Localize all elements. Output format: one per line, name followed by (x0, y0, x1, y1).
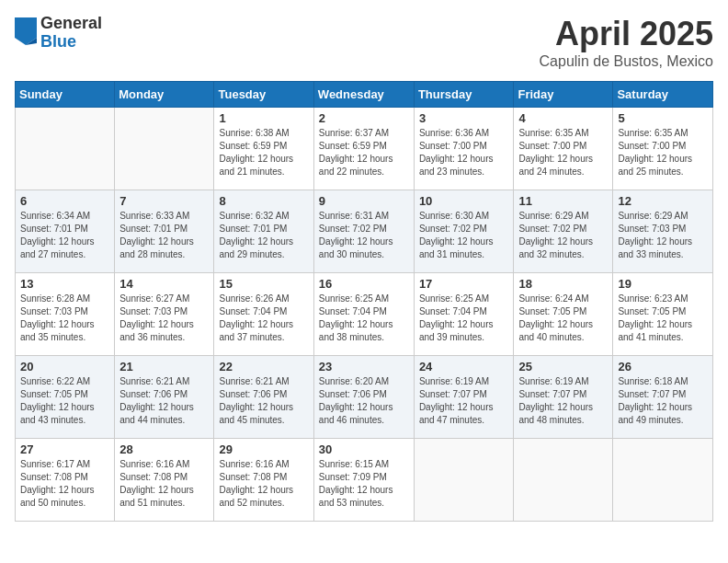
day-info: Sunrise: 6:15 AM Sunset: 7:09 PM Dayligh… (319, 458, 409, 510)
day-info: Sunrise: 6:32 AM Sunset: 7:01 PM Dayligh… (219, 210, 308, 261)
title-block: April 2025 Capulin de Bustos, Mexico (540, 15, 713, 70)
day-info: Sunrise: 6:21 AM Sunset: 7:06 PM Dayligh… (219, 375, 308, 427)
day-info: Sunrise: 6:24 AM Sunset: 7:05 PM Dayligh… (518, 293, 608, 344)
day-info: Sunrise: 6:23 AM Sunset: 7:05 PM Dayligh… (618, 293, 708, 344)
calendar-header: SundayMondayTuesdayWednesdayThursdayFrid… (16, 82, 713, 108)
calendar-cell: 18Sunrise: 6:24 AM Sunset: 7:05 PM Dayli… (514, 273, 613, 356)
day-info: Sunrise: 6:20 AM Sunset: 7:06 PM Dayligh… (319, 375, 409, 427)
calendar-cell: 27Sunrise: 6:17 AM Sunset: 7:08 PM Dayli… (16, 439, 115, 522)
day-number: 5 (618, 111, 708, 125)
day-info: Sunrise: 6:25 AM Sunset: 7:04 PM Dayligh… (419, 293, 509, 344)
day-number: 26 (618, 360, 708, 373)
day-info: Sunrise: 6:18 AM Sunset: 7:07 PM Dayligh… (618, 375, 708, 427)
day-info: Sunrise: 6:29 AM Sunset: 7:02 PM Dayligh… (518, 210, 608, 261)
day-info: Sunrise: 6:36 AM Sunset: 7:00 PM Dayligh… (419, 127, 509, 178)
page-header: General Blue April 2025 Capulin de Busto… (15, 15, 713, 70)
calendar-week-4: 20Sunrise: 6:22 AM Sunset: 7:05 PM Dayli… (16, 356, 713, 439)
calendar-cell: 9Sunrise: 6:31 AM Sunset: 7:02 PM Daylig… (313, 190, 414, 273)
calendar-cell: 12Sunrise: 6:29 AM Sunset: 7:03 PM Dayli… (613, 190, 713, 273)
header-row: SundayMondayTuesdayWednesdayThursdayFrid… (16, 82, 713, 108)
calendar-cell: 24Sunrise: 6:19 AM Sunset: 7:07 PM Dayli… (414, 356, 514, 439)
day-info: Sunrise: 6:30 AM Sunset: 7:02 PM Dayligh… (419, 210, 509, 261)
calendar-week-5: 27Sunrise: 6:17 AM Sunset: 7:08 PM Dayli… (16, 439, 713, 522)
day-number: 24 (419, 360, 509, 373)
day-number: 10 (419, 194, 509, 208)
calendar-cell: 28Sunrise: 6:16 AM Sunset: 7:08 PM Dayli… (115, 439, 214, 522)
calendar-cell: 20Sunrise: 6:22 AM Sunset: 7:05 PM Dayli… (16, 356, 115, 439)
day-info: Sunrise: 6:17 AM Sunset: 7:08 PM Dayligh… (20, 458, 109, 510)
calendar-cell: 3Sunrise: 6:36 AM Sunset: 7:00 PM Daylig… (414, 108, 514, 190)
column-header-friday: Friday (514, 82, 613, 108)
day-info: Sunrise: 6:26 AM Sunset: 7:04 PM Dayligh… (219, 293, 308, 344)
day-number: 29 (219, 442, 308, 456)
calendar-cell: 8Sunrise: 6:32 AM Sunset: 7:01 PM Daylig… (214, 190, 313, 273)
day-number: 2 (319, 111, 409, 125)
day-info: Sunrise: 6:35 AM Sunset: 7:00 PM Dayligh… (518, 127, 608, 178)
calendar-cell (414, 439, 514, 522)
calendar-cell: 10Sunrise: 6:30 AM Sunset: 7:02 PM Dayli… (414, 190, 514, 273)
day-number: 4 (518, 111, 608, 125)
calendar-cell: 13Sunrise: 6:28 AM Sunset: 7:03 PM Dayli… (16, 273, 115, 356)
column-header-monday: Monday (115, 82, 214, 108)
calendar-cell: 26Sunrise: 6:18 AM Sunset: 7:07 PM Dayli… (613, 356, 713, 439)
calendar-cell: 25Sunrise: 6:19 AM Sunset: 7:07 PM Dayli… (514, 356, 613, 439)
day-info: Sunrise: 6:19 AM Sunset: 7:07 PM Dayligh… (518, 375, 608, 427)
column-header-wednesday: Wednesday (313, 82, 414, 108)
logo-general: General (40, 15, 102, 33)
calendar-body: 1Sunrise: 6:38 AM Sunset: 6:59 PM Daylig… (16, 108, 713, 522)
day-number: 23 (319, 360, 409, 373)
day-info: Sunrise: 6:31 AM Sunset: 7:02 PM Dayligh… (319, 210, 409, 261)
day-number: 25 (518, 360, 608, 373)
day-info: Sunrise: 6:16 AM Sunset: 7:08 PM Dayligh… (119, 458, 209, 510)
day-number: 3 (419, 111, 509, 125)
calendar-cell: 11Sunrise: 6:29 AM Sunset: 7:02 PM Dayli… (514, 190, 613, 273)
calendar-cell: 29Sunrise: 6:16 AM Sunset: 7:08 PM Dayli… (214, 439, 313, 522)
calendar-cell: 16Sunrise: 6:25 AM Sunset: 7:04 PM Dayli… (313, 273, 414, 356)
calendar-cell: 19Sunrise: 6:23 AM Sunset: 7:05 PM Dayli… (613, 273, 713, 356)
day-number: 17 (419, 277, 509, 291)
day-info: Sunrise: 6:37 AM Sunset: 6:59 PM Dayligh… (319, 127, 409, 178)
column-header-saturday: Saturday (613, 82, 713, 108)
day-number: 21 (119, 360, 209, 373)
calendar-cell (613, 439, 713, 522)
calendar-cell (16, 108, 115, 190)
calendar-week-1: 1Sunrise: 6:38 AM Sunset: 6:59 PM Daylig… (16, 108, 713, 190)
location: Capulin de Bustos, Mexico (540, 53, 713, 70)
day-number: 12 (618, 194, 708, 208)
day-number: 13 (20, 277, 109, 291)
day-number: 9 (319, 194, 409, 208)
calendar-table: SundayMondayTuesdayWednesdayThursdayFrid… (15, 81, 713, 522)
calendar-cell: 23Sunrise: 6:20 AM Sunset: 7:06 PM Dayli… (313, 356, 414, 439)
calendar-cell: 6Sunrise: 6:34 AM Sunset: 7:01 PM Daylig… (16, 190, 115, 273)
day-info: Sunrise: 6:28 AM Sunset: 7:03 PM Dayligh… (20, 293, 109, 344)
day-info: Sunrise: 6:33 AM Sunset: 7:01 PM Dayligh… (119, 210, 209, 261)
day-number: 6 (20, 194, 109, 208)
day-number: 7 (119, 194, 209, 208)
day-number: 1 (219, 111, 308, 125)
calendar-cell: 7Sunrise: 6:33 AM Sunset: 7:01 PM Daylig… (115, 190, 214, 273)
day-info: Sunrise: 6:21 AM Sunset: 7:06 PM Dayligh… (119, 375, 209, 427)
day-info: Sunrise: 6:22 AM Sunset: 7:05 PM Dayligh… (20, 375, 109, 427)
day-info: Sunrise: 6:19 AM Sunset: 7:07 PM Dayligh… (419, 375, 509, 427)
day-info: Sunrise: 6:38 AM Sunset: 6:59 PM Dayligh… (219, 127, 308, 178)
day-info: Sunrise: 6:16 AM Sunset: 7:08 PM Dayligh… (219, 458, 308, 510)
calendar-cell (115, 108, 214, 190)
calendar-cell: 17Sunrise: 6:25 AM Sunset: 7:04 PM Dayli… (414, 273, 514, 356)
calendar-cell: 30Sunrise: 6:15 AM Sunset: 7:09 PM Dayli… (313, 439, 414, 522)
calendar-cell: 14Sunrise: 6:27 AM Sunset: 7:03 PM Dayli… (115, 273, 214, 356)
column-header-tuesday: Tuesday (214, 82, 313, 108)
day-info: Sunrise: 6:29 AM Sunset: 7:03 PM Dayligh… (618, 210, 708, 261)
calendar-cell (514, 439, 613, 522)
calendar-cell: 4Sunrise: 6:35 AM Sunset: 7:00 PM Daylig… (514, 108, 613, 190)
logo: General Blue (15, 15, 102, 52)
day-number: 22 (219, 360, 308, 373)
calendar-cell: 1Sunrise: 6:38 AM Sunset: 6:59 PM Daylig… (214, 108, 313, 190)
calendar-cell: 2Sunrise: 6:37 AM Sunset: 6:59 PM Daylig… (313, 108, 414, 190)
day-number: 14 (119, 277, 209, 291)
calendar-cell: 5Sunrise: 6:35 AM Sunset: 7:00 PM Daylig… (613, 108, 713, 190)
column-header-thursday: Thursday (414, 82, 514, 108)
day-number: 11 (518, 194, 608, 208)
day-info: Sunrise: 6:25 AM Sunset: 7:04 PM Dayligh… (319, 293, 409, 344)
day-number: 30 (319, 442, 409, 456)
month-title: April 2025 (540, 15, 713, 53)
